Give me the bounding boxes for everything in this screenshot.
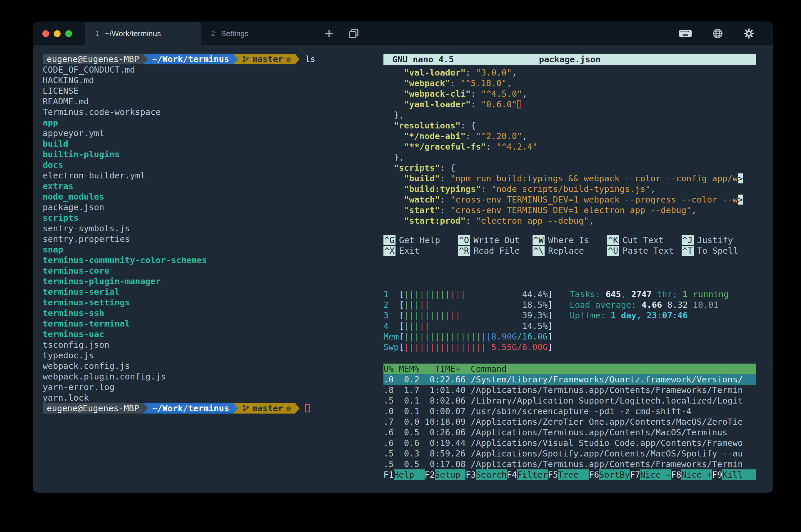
nano-shortcut[interactable]: ^OWrite Out — [458, 235, 532, 245]
shortcut-label: Paste Text — [622, 246, 674, 256]
file-name: yarn.lock — [43, 393, 384, 403]
meter-bar: |||||||||||||||||8.90G/16.0G — [404, 331, 548, 342]
globe-icon — [712, 28, 723, 39]
meter-open-bracket: [ — [399, 300, 404, 310]
shortcut-label: Where Is — [548, 235, 589, 245]
nano-buffer[interactable]: "val-loader": "3.0.0", "webpack": "^5.18… — [384, 67, 756, 226]
close-button[interactable] — [42, 30, 49, 37]
text-segment-gr: running — [688, 289, 729, 299]
tab-work-terminus[interactable]: 1 ~/Work/terminus — [85, 22, 201, 45]
shortcut-label: Replace — [548, 246, 584, 256]
plus-icon — [323, 27, 335, 39]
text-segment-p — [384, 99, 404, 109]
fkey-button-f7[interactable]: F7Nice - — [630, 469, 671, 480]
text-segment-p — [384, 78, 404, 88]
meter-bar: |||||18.5% — [404, 300, 548, 310]
text-segment-lbl: Uptime: — [570, 310, 611, 320]
process-row[interactable]: .5 0.3 8:59.26 /Applications/Spotify.app… — [384, 448, 756, 459]
text-segment-p: , — [650, 184, 655, 194]
text-segment-p: : — [440, 205, 450, 215]
nano-line: "yaml-loader": "0.6.0" — [384, 99, 756, 110]
fkey-button-f6[interactable]: F6SortBy — [589, 469, 630, 480]
nano-shortcut[interactable]: ^TTo Spell — [682, 245, 756, 256]
nano-titlebar-spacer — [600, 54, 756, 65]
terminal-pane-left[interactable]: eugene@Eugenes-MBP ~/Work/terminus maste… — [43, 54, 384, 493]
text-segment-pct: 14.5% — [522, 321, 547, 331]
text-segment-cur — [517, 100, 521, 109]
directory-name: terminus-terminal — [43, 318, 384, 329]
keyboard-shortcuts-button[interactable] — [672, 29, 699, 38]
file-name: HACKING.md — [43, 75, 384, 86]
text-segment-k: "webpack" — [404, 78, 450, 88]
nano-shortcut[interactable]: ^RRead File — [458, 245, 532, 256]
maximize-button[interactable] — [65, 30, 72, 37]
text-segment-p — [384, 120, 394, 131]
git-branch-icon — [242, 404, 250, 412]
tab-settings[interactable]: 2 Settings — [201, 22, 317, 45]
process-row[interactable]: .5 0.5 0:17.08 /Applications/Terminus.ap… — [384, 459, 756, 469]
stat-line: Load average: 4.66 8.32 10.01 — [570, 300, 729, 310]
terminal-pane-right[interactable]: GNU nano 4.5 package.json "val-loader": … — [384, 54, 756, 493]
process-row[interactable]: .7 0.0 10:18.09 /Applications/ZeroTier O… — [384, 417, 756, 427]
directory-name: snap — [43, 244, 384, 255]
nano-shortcut[interactable]: ^WWhere Is — [533, 235, 607, 245]
fkey-button-f9[interactable]: F9Kill — [712, 469, 753, 480]
file-name: README.md — [43, 96, 384, 107]
fkey-button-f2[interactable]: F2Setup — [425, 469, 466, 480]
terminal-cursor — [305, 404, 310, 412]
nano-shortcut[interactable]: ^XExit — [384, 245, 458, 256]
meter-close-bracket: ] — [548, 331, 553, 342]
meter-open-bracket: [ — [399, 310, 404, 321]
fkey-button-f3[interactable]: F3Search — [465, 469, 507, 480]
fkey-number: F6 — [589, 469, 599, 480]
process-table-header[interactable]: U% MEM% TIME+ Command — [384, 364, 756, 374]
text-segment-g: |||||||| — [404, 310, 445, 320]
fkey-button-f4[interactable]: F4Filter — [507, 469, 548, 480]
gear-icon — [743, 28, 755, 39]
typed-command: ls — [305, 54, 315, 64]
nano-shortcut[interactable]: ^JJustify — [682, 235, 756, 245]
shortcut-key: ^K — [607, 235, 619, 245]
directory-name: terminus-serial — [43, 287, 384, 297]
shortcut-key: ^X — [384, 246, 395, 256]
directory-name: app — [43, 117, 384, 128]
new-window-button[interactable] — [341, 22, 366, 45]
shortcut-key: ^J — [682, 235, 694, 245]
minimize-button[interactable] — [54, 30, 60, 37]
text-segment-p: , — [692, 205, 696, 215]
settings-button[interactable] — [737, 28, 761, 39]
meter-bar: |||||14.5% — [404, 321, 548, 331]
process-row[interactable]: .0 0.1 0:00.07 /usr/sbin/screencapture -… — [384, 406, 756, 417]
nano-line: "resolutions": { — [384, 120, 756, 131]
fkey-number: F7 — [630, 469, 640, 480]
nano-shortcut[interactable]: ^UPaste Text — [607, 245, 681, 256]
htop-summary: 1 [||||||||||||44.4%]2 [|||||18.5%]3 [||… — [384, 289, 756, 353]
fkey-label: SortBy — [599, 469, 630, 480]
web-button[interactable] — [706, 28, 730, 39]
text-segment-r: ||| — [445, 310, 461, 320]
text-segment-b2: 8.32 — [667, 300, 693, 310]
meter-label: Mem — [384, 331, 399, 342]
nano-shortcut[interactable]: ^KCut Text — [607, 235, 681, 245]
meter-ticks: ||||| — [404, 300, 430, 310]
meter-value: 18.5% — [522, 300, 547, 310]
fkey-button-f1[interactable]: F1Help — [384, 469, 425, 480]
process-row[interactable]: .8 1.7 1:01.40 /Applications/Terminus.ap… — [384, 385, 756, 395]
text-segment-su: 5.55G — [491, 342, 517, 352]
nano-shortcut[interactable]: ^GGet Help — [384, 235, 458, 245]
process-row[interactable]: .6 0.5 0:26.06 /Applications/Terminus.ap… — [384, 427, 756, 438]
process-row[interactable]: .0 0.2 0:22.66 /System/Library/Framework… — [384, 374, 756, 385]
meter-label: 1 — [384, 289, 399, 300]
fkey-button-f5[interactable]: F5Tree — [548, 469, 589, 480]
fkey-button-f8[interactable]: F8Nice + — [671, 469, 712, 480]
nano-line: "**/graceful-fs": "^4.2.4" — [384, 141, 756, 152]
text-segment-k: "start:prod" — [404, 216, 466, 226]
text-segment-su: /6.00G — [517, 342, 548, 352]
nano-shortcut[interactable]: ^\Replace — [533, 245, 607, 256]
process-row[interactable]: .5 0.1 8:02.06 /Library/Application Supp… — [384, 395, 756, 406]
new-tab-button[interactable] — [317, 22, 341, 45]
text-segment-r: || — [419, 300, 430, 310]
nano-line: "scripts": { — [384, 163, 756, 173]
text-segment-p: : — [450, 78, 461, 88]
process-row[interactable]: .6 0.6 0:19.44 /Applications/Visual Stud… — [384, 438, 756, 448]
